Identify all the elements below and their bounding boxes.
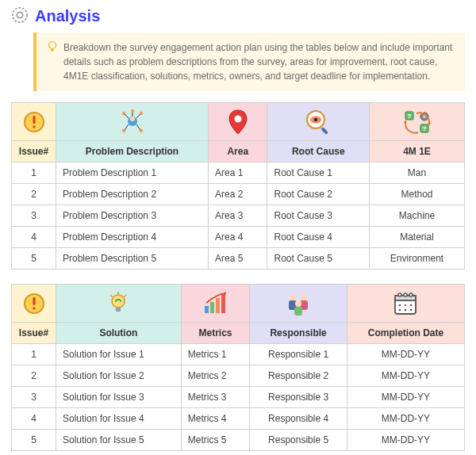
cell: Metrics 5 — [181, 430, 250, 451]
svg-text:?: ? — [407, 113, 411, 120]
svg-line-16 — [136, 114, 140, 118]
svg-point-1 — [17, 12, 22, 17]
cell: 2 — [12, 184, 56, 205]
svg-point-56 — [404, 293, 407, 296]
cell: 2 — [12, 365, 56, 387]
svg-point-13 — [130, 109, 133, 112]
cell: Area 1 — [209, 162, 267, 184]
person-network-icon — [56, 103, 209, 141]
svg-line-18 — [136, 124, 140, 130]
cell: Problem Description 4 — [56, 227, 209, 248]
cell: Responsible 2 — [250, 365, 347, 387]
cell: Area 2 — [209, 184, 267, 205]
svg-point-60 — [410, 304, 413, 306]
cell: 1 — [12, 162, 56, 184]
cell: Root Cause 4 — [267, 227, 370, 248]
cell: MM-DD-YY — [347, 430, 464, 451]
cell: MM-DD-YY — [347, 387, 464, 408]
col-4m1e: 4M 1E — [370, 141, 465, 162]
analysis-table-2: Issue# Solution Metrics Responsible Comp… — [11, 284, 465, 451]
cell: Problem Description 1 — [56, 162, 209, 184]
analysis-table-1: ?? Issue# Problem Description Area Root … — [11, 102, 465, 270]
svg-point-22 — [314, 117, 318, 121]
cell: 4 — [12, 227, 56, 248]
cell: Man — [370, 162, 465, 184]
page-header: Analysis — [11, 6, 465, 26]
cell: Solution for Issue 4 — [56, 408, 182, 430]
svg-rect-36 — [116, 308, 121, 312]
cell: Metrics 1 — [181, 344, 250, 365]
svg-rect-3 — [52, 49, 54, 52]
calendar-icon — [347, 285, 464, 323]
svg-rect-42 — [205, 306, 209, 313]
svg-marker-31 — [404, 120, 407, 123]
svg-point-2 — [49, 42, 56, 49]
svg-point-55 — [398, 293, 401, 296]
svg-point-40 — [115, 300, 117, 302]
svg-point-0 — [13, 8, 27, 22]
col-problem: Problem Description — [56, 141, 209, 162]
cell: Solution for Issue 3 — [56, 387, 182, 408]
exclaim-icon — [12, 103, 56, 141]
cell: Problem Description 3 — [56, 205, 209, 227]
svg-point-61 — [399, 308, 401, 311]
team-icon — [250, 285, 347, 323]
cell: Metrics 3 — [181, 387, 250, 408]
table-row: 1Problem Description 1Area 1Root Cause 1… — [12, 162, 465, 184]
svg-point-41 — [120, 300, 121, 302]
cell: Solution for Issue 2 — [56, 365, 182, 387]
col-metrics: Metrics — [181, 323, 250, 344]
table-row: 3Problem Description 3Area 3Root Cause 3… — [12, 205, 465, 227]
lightbulb-idea-icon — [56, 285, 182, 323]
bulb-icon — [48, 40, 57, 83]
cell: Problem Description 2 — [56, 184, 209, 205]
svg-rect-23 — [321, 127, 328, 135]
table-row: 2Problem Description 2Area 2Root Cause 2… — [12, 184, 465, 205]
table-row: 1Solution for Issue 1Metrics 1Responsibl… — [12, 344, 465, 365]
cell: Root Cause 3 — [267, 205, 370, 227]
cycle-icon: ?? — [370, 103, 465, 141]
svg-point-51 — [295, 300, 301, 307]
svg-point-63 — [410, 308, 413, 311]
cell: 5 — [12, 248, 56, 270]
table-row: 4Problem Description 4Area 4Root Cause 4… — [12, 227, 465, 248]
callout-box: Breakdown the survey engagement action p… — [33, 32, 465, 91]
cell: 3 — [12, 205, 56, 227]
callout-text: Breakdown the survey engagement action p… — [63, 40, 454, 83]
cell: 4 — [12, 408, 56, 430]
svg-point-35 — [112, 295, 125, 308]
cell: Responsible 5 — [250, 430, 347, 451]
col-completion: Completion Date — [347, 323, 464, 344]
bar-chart-icon — [181, 285, 250, 323]
svg-rect-45 — [221, 294, 225, 313]
cell: Root Cause 2 — [267, 184, 370, 205]
cell: Method — [370, 184, 465, 205]
col-responsible: Responsible — [250, 323, 347, 344]
svg-rect-44 — [216, 298, 220, 313]
cell: Area 3 — [209, 205, 267, 227]
svg-rect-43 — [210, 302, 214, 313]
cell: Solution for Issue 1 — [56, 344, 182, 365]
col-area: Area — [209, 141, 267, 162]
cell: 3 — [12, 387, 56, 408]
svg-rect-5 — [33, 116, 35, 124]
gear-icon — [11, 6, 29, 26]
svg-text:?: ? — [422, 125, 426, 132]
map-pin-icon — [209, 103, 267, 141]
magnifier-eye-icon — [267, 103, 370, 141]
svg-point-49 — [301, 294, 307, 300]
exclaim-icon — [12, 285, 56, 323]
cell: MM-DD-YY — [347, 344, 464, 365]
svg-line-17 — [125, 124, 129, 130]
table-row: 3Solution for Issue 3Metrics 3Responsibl… — [12, 387, 465, 408]
svg-point-19 — [234, 115, 241, 122]
col-issue: Issue# — [12, 323, 56, 344]
svg-point-6 — [33, 125, 36, 128]
svg-rect-52 — [294, 307, 302, 315]
svg-point-47 — [290, 294, 296, 300]
cell: Metrics 4 — [181, 408, 250, 430]
cell: Machine — [370, 205, 465, 227]
table-row: 4Solution for Issue 4Metrics 4Responsibl… — [12, 408, 465, 430]
cell: Root Cause 5 — [267, 248, 370, 270]
cell: Metrics 2 — [181, 365, 250, 387]
